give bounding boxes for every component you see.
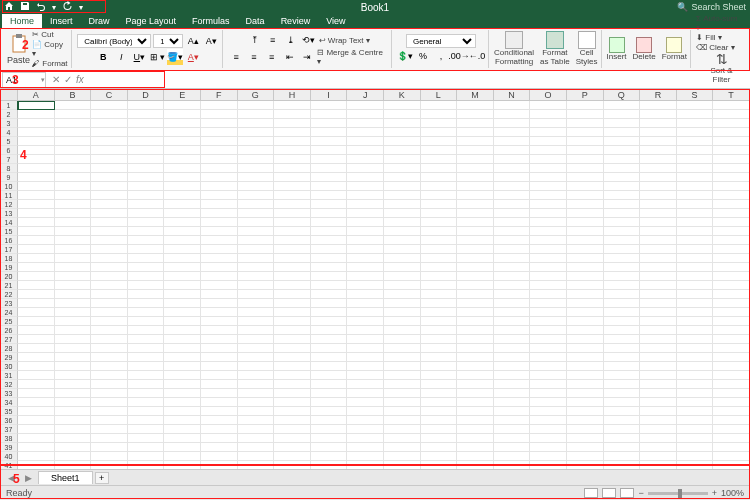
cell[interactable] (567, 236, 604, 245)
border-button[interactable]: ⊞ ▾ (149, 49, 165, 65)
column-header[interactable]: E (164, 89, 201, 100)
cell[interactable] (311, 452, 348, 461)
cell[interactable] (457, 137, 494, 146)
cell[interactable] (384, 371, 421, 380)
cell[interactable] (530, 434, 567, 443)
cell[interactable] (494, 407, 531, 416)
cell[interactable] (457, 299, 494, 308)
cell[interactable] (640, 308, 677, 317)
cell[interactable] (274, 371, 311, 380)
cell[interactable] (604, 308, 641, 317)
cell[interactable] (164, 182, 201, 191)
row-header[interactable]: 15 (0, 227, 18, 236)
cell[interactable] (677, 389, 714, 398)
cell[interactable] (55, 299, 92, 308)
cell[interactable] (347, 326, 384, 335)
cell[interactable] (421, 443, 458, 452)
cell[interactable] (640, 371, 677, 380)
cell[interactable] (347, 398, 384, 407)
cell[interactable] (55, 254, 92, 263)
cell[interactable] (677, 326, 714, 335)
cell[interactable] (530, 425, 567, 434)
cell[interactable] (311, 155, 348, 164)
column-header[interactable]: T (713, 89, 750, 100)
cell[interactable] (567, 335, 604, 344)
cell[interactable] (421, 218, 458, 227)
cell[interactable] (567, 263, 604, 272)
cell[interactable] (713, 290, 750, 299)
cell[interactable] (347, 119, 384, 128)
cell[interactable] (421, 173, 458, 182)
cell[interactable] (457, 182, 494, 191)
row-header[interactable]: 27 (0, 335, 18, 344)
row-header[interactable]: 12 (0, 200, 18, 209)
cell[interactable] (91, 452, 128, 461)
cell[interactable] (311, 263, 348, 272)
cell[interactable] (164, 425, 201, 434)
cell[interactable] (128, 380, 165, 389)
sheet-tab[interactable]: Sheet1 (38, 471, 93, 484)
home-icon[interactable] (4, 1, 14, 13)
row-header[interactable]: 37 (0, 425, 18, 434)
cell[interactable] (677, 362, 714, 371)
format-painter-button[interactable]: 🖌 Format (32, 59, 68, 68)
cell[interactable] (604, 281, 641, 290)
cell[interactable] (567, 317, 604, 326)
cell[interactable] (457, 335, 494, 344)
cell[interactable] (384, 272, 421, 281)
cell[interactable] (384, 290, 421, 299)
cell[interactable] (347, 218, 384, 227)
cell[interactable] (55, 182, 92, 191)
cell[interactable] (567, 443, 604, 452)
cell[interactable] (384, 173, 421, 182)
cell[interactable] (164, 434, 201, 443)
cell[interactable] (274, 119, 311, 128)
cell[interactable] (457, 227, 494, 236)
cell[interactable] (311, 362, 348, 371)
cell[interactable] (128, 371, 165, 380)
cell[interactable] (274, 128, 311, 137)
cell[interactable] (604, 443, 641, 452)
cell[interactable] (164, 110, 201, 119)
cell[interactable] (421, 416, 458, 425)
cell[interactable] (530, 155, 567, 164)
row-header[interactable]: 16 (0, 236, 18, 245)
cell[interactable] (677, 344, 714, 353)
cell[interactable] (640, 398, 677, 407)
cell[interactable] (640, 425, 677, 434)
orientation-button[interactable]: ⟲▾ (301, 32, 317, 48)
cell[interactable] (274, 317, 311, 326)
cell[interactable] (311, 209, 348, 218)
cell[interactable] (421, 272, 458, 281)
cell[interactable] (640, 119, 677, 128)
cell[interactable] (421, 362, 458, 371)
cell[interactable] (713, 335, 750, 344)
cell[interactable] (494, 236, 531, 245)
cell[interactable] (274, 326, 311, 335)
column-header[interactable]: A (18, 89, 55, 100)
cell[interactable] (677, 119, 714, 128)
cell[interactable] (677, 443, 714, 452)
cell[interactable] (164, 200, 201, 209)
cell[interactable] (238, 425, 275, 434)
cell[interactable] (201, 155, 238, 164)
cell[interactable] (384, 191, 421, 200)
cell[interactable] (384, 434, 421, 443)
row-header[interactable]: 22 (0, 290, 18, 299)
cell[interactable] (494, 182, 531, 191)
cell[interactable] (201, 371, 238, 380)
column-header[interactable]: N (494, 89, 531, 100)
cell[interactable] (530, 290, 567, 299)
cell[interactable] (530, 182, 567, 191)
cell[interactable] (494, 425, 531, 434)
cell[interactable] (494, 371, 531, 380)
cell[interactable] (238, 398, 275, 407)
cell[interactable] (530, 389, 567, 398)
cell[interactable] (640, 290, 677, 299)
cell[interactable] (128, 182, 165, 191)
cell[interactable] (713, 389, 750, 398)
cell[interactable] (640, 434, 677, 443)
cell[interactable] (384, 119, 421, 128)
cell[interactable] (604, 380, 641, 389)
column-header[interactable]: I (311, 89, 348, 100)
